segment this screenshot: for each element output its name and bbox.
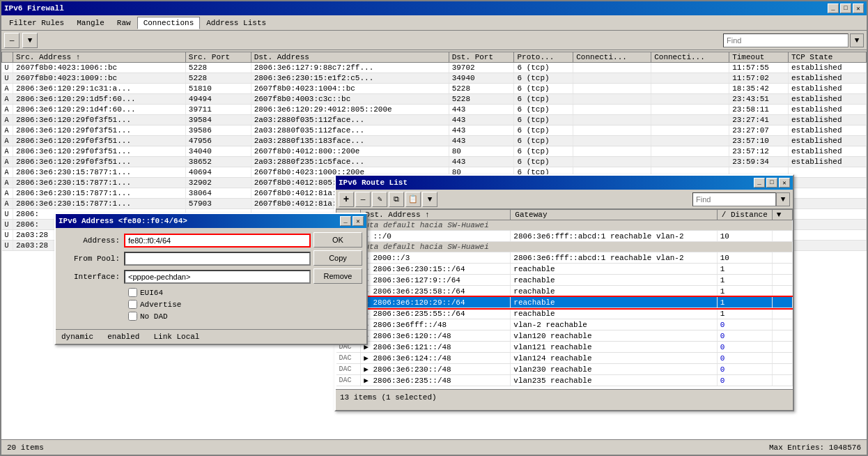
col-dst-port[interactable]: Dst. Port (449, 52, 514, 63)
row-state: established (788, 63, 866, 73)
list-item[interactable]: DAC ▶ 2806:3e6:235::/48 vlan235 reachabl… (336, 375, 793, 386)
row-conn1 (573, 126, 651, 136)
route-col-extra[interactable]: ▼ (772, 210, 792, 220)
row-conn1 (573, 63, 651, 73)
row-state: established (788, 157, 866, 167)
table-row[interactable]: A 2806:3e6:120:29f0f3f51... 39584 2a03:2… (2, 115, 867, 126)
route-filter-button[interactable]: ▼ (422, 192, 437, 207)
list-item[interactable]: DAS ▶ 2806:3e6:120:29::/64 reachable 1 (336, 297, 793, 308)
row-src-address: 2806:3e6:120:29:1d4f:60... (13, 105, 186, 115)
row-flag: A (2, 146, 13, 157)
route-copy-button[interactable]: ⧉ (389, 192, 404, 207)
copy-button[interactable]: Copy (313, 250, 362, 266)
route-remove-button[interactable]: — (355, 192, 371, 207)
col-tcp-state[interactable]: TCP State (788, 52, 866, 63)
table-row[interactable]: A 2806:3e6:120:29:1c31:a... 51810 2607f8… (2, 84, 867, 94)
tab-address-lists[interactable]: Address Lists (200, 17, 272, 29)
route-col-dist[interactable]: / Distance (717, 210, 772, 220)
no-dad-checkbox[interactable] (128, 312, 137, 321)
row-conn2 (651, 84, 729, 94)
route-gw: reachable (511, 264, 717, 275)
table-row[interactable]: A 2806:3e6:120:29f0f3f51... 47956 2a03:2… (2, 136, 867, 146)
row-src-address: 2806:3e6:120:29f0f3f51... (13, 126, 186, 136)
row-conn2 (651, 94, 729, 105)
col-flag[interactable] (2, 52, 13, 63)
list-item[interactable]: DAC ▶ 2806:3e6fff::/48 vlan-2 reachable … (336, 319, 793, 330)
from-pool-input[interactable] (124, 252, 311, 266)
table-row[interactable]: A 2806:3e6:120:29f0f3f51... 39586 2a03:2… (2, 126, 867, 136)
col-timeout[interactable]: Timeout (729, 52, 789, 63)
route-dialog-close-button[interactable]: ✕ (779, 178, 790, 188)
row-conn2 (651, 126, 729, 136)
route-add-button[interactable]: + (339, 192, 354, 207)
dialog-minimize-button[interactable]: _ (340, 216, 351, 226)
route-paste-button[interactable]: 📋 (405, 192, 421, 207)
remove-button[interactable]: Remove (313, 268, 362, 284)
table-row[interactable]: A 2806:3e6:120:29f0f3f51... 38652 2a03:2… (2, 157, 867, 167)
route-find-input[interactable] (692, 192, 776, 206)
list-item[interactable]: DAC ▶ 2806:3e6:124::/48 vlan124 reachabl… (336, 353, 793, 364)
minus-button[interactable]: — (4, 33, 20, 48)
list-item[interactable]: AS ▶ ::/0 2806:3e6:fff::abcd:1 reachable… (336, 231, 793, 242)
row-conn2 (651, 136, 729, 146)
list-item[interactable]: DAC ▶ 2806:3e6:121::/48 vlan121 reachabl… (336, 342, 793, 353)
find-input[interactable] (723, 33, 848, 47)
table-row[interactable]: A 2806:3e6:120:29:1d5f:60... 49494 2607f… (2, 94, 867, 105)
list-item[interactable]: DAS ▶ 2806:3e6:230:15::/64 reachable 1 (336, 264, 793, 275)
route-col-dst[interactable]: Dst. Address ↑ (361, 210, 511, 220)
dialog-close-button[interactable]: ✕ (352, 216, 364, 226)
tab-connections[interactable]: Connections (137, 17, 201, 29)
advertise-checkbox[interactable] (128, 300, 137, 309)
route-dialog-max-button[interactable]: □ (766, 178, 777, 188)
row-state (788, 167, 866, 178)
row-conn2 (651, 157, 729, 167)
list-item[interactable]: AS ▶ 2000::/3 2806:3e6:fff::abcd:1 reach… (336, 252, 793, 264)
list-item[interactable]: DAS ▶ 2806:3e6:235:55::/64 reachable 1 (336, 308, 793, 319)
route-edit-button[interactable]: ✎ (372, 192, 387, 207)
route-dist: 1 (717, 286, 772, 297)
row-flag: A (2, 157, 13, 167)
col-proto[interactable]: Proto... (514, 52, 573, 63)
tab-mangle[interactable]: Mangle (70, 17, 111, 29)
row-dst-address: 2607f8b0:4003:c3c::bc (251, 94, 449, 105)
tab-filter-rules[interactable]: Filter Rules (3, 17, 70, 29)
list-item[interactable]: DAC ▶ 2806:3e6:230::/48 vlan230 reachabl… (336, 364, 793, 375)
route-col-gw[interactable]: Gateway (511, 210, 717, 220)
route-find-dropdown[interactable]: ▼ (776, 192, 790, 206)
list-item[interactable]: ::: Ruta default hacia SW-Huawei (336, 220, 793, 231)
col-src-address[interactable]: Src. Address ↑ (13, 52, 186, 63)
table-row[interactable]: U 2607f8b0:4023:1009::bc 5228 2806:3e6:2… (2, 73, 867, 84)
find-dropdown[interactable]: ▼ (850, 33, 864, 47)
route-dialog-min-button[interactable]: _ (754, 178, 765, 188)
eui64-checkbox[interactable] (128, 288, 137, 297)
max-entries: Max Entries: 1048576 (769, 443, 861, 452)
maximize-button[interactable]: □ (840, 3, 851, 13)
close-button[interactable]: ✕ (853, 3, 864, 13)
address-input[interactable] (124, 234, 311, 248)
table-row[interactable]: A 2806:3e6:120:29:1d4f:60... 39711 2806:… (2, 105, 867, 115)
row-src-address: 2806:3e6:120:29f0f3f51... (13, 146, 186, 157)
route-gw: vlan230 reachable (511, 364, 717, 375)
row-state (788, 230, 866, 241)
col-connecti1[interactable]: Connecti... (573, 52, 651, 63)
col-connecti2[interactable]: Connecti... (651, 52, 729, 63)
row-src-address: 2806:3e6:230:15:7877:1... (13, 188, 186, 199)
ok-button[interactable]: OK (313, 232, 362, 248)
col-dst-address[interactable]: Dst. Address (251, 52, 449, 63)
list-item[interactable]: DAC ▶ 2806:3e6:120::/48 vlan120 reachabl… (336, 330, 793, 342)
table-row[interactable]: A 2806:3e6:120:29f0f3f51... 34040 2607f8… (2, 146, 867, 157)
no-dad-row: No DAD (128, 312, 311, 321)
table-row[interactable]: U 2607f8b0:4023:1006::bc 5228 2806:3e6:1… (2, 63, 867, 73)
minimize-button[interactable]: _ (828, 3, 839, 13)
tab-raw[interactable]: Raw (111, 17, 137, 29)
route-dst: ▶ 2806:3e6:235:55::/64 (361, 308, 511, 319)
row-src-port: 49494 (185, 94, 251, 105)
interface-input[interactable] (124, 270, 311, 284)
row-src-address: 2806:3e6:230:15:7877:1... (13, 199, 186, 209)
filter-button[interactable]: ▼ (22, 33, 38, 48)
route-gw: vlan120 reachable (511, 330, 717, 342)
list-item[interactable]: DAS ▶ 2806:3e6:235:58::/64 reachable 1 (336, 286, 793, 297)
list-item[interactable]: ::: Ruta default hacia SW-Huawei (336, 242, 793, 252)
col-src-port[interactable]: Src. Port (185, 52, 251, 63)
list-item[interactable]: DAS ▶ 2806:3e6:127:9::/64 reachable 1 (336, 275, 793, 286)
